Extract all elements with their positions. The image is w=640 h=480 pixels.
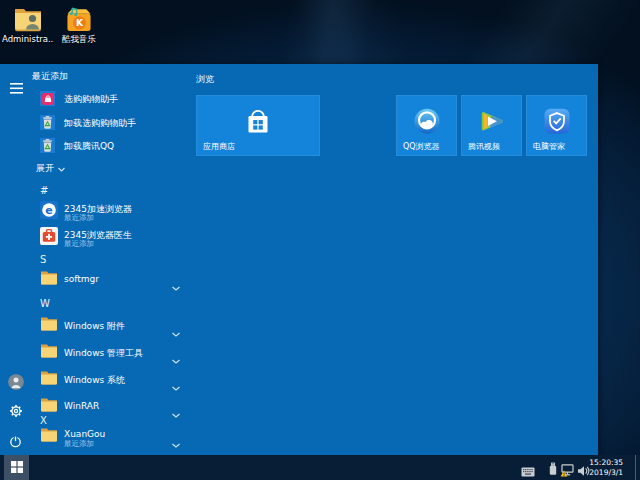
tile-store[interactable]: 应用商店 <box>196 95 320 156</box>
desktop-icon-label: 酷我音乐 <box>53 34 105 44</box>
start-menu: 最近添加 选购购物助手 卸载选购购物助手 卸载腾讯QQ 展开 # e 2345加… <box>0 64 598 455</box>
folder-row-windows-accessories[interactable]: Windows 附件 <box>34 316 190 338</box>
folder-subtitle: 最近添加 <box>64 439 94 449</box>
folder-row-windows-admin-tools[interactable]: Windows 管理工具 <box>34 343 190 365</box>
tile-label: 电脑管家 <box>533 141 565 152</box>
desktop-icon-label: Administra... <box>2 34 54 44</box>
uninstall-trash-icon <box>40 115 55 130</box>
clock-time: 15:20:35 <box>579 458 623 468</box>
settings-gear-icon[interactable] <box>9 403 23 422</box>
folder-label: Windows 管理工具 <box>64 347 143 360</box>
touch-keyboard-icon[interactable] <box>521 462 535 480</box>
shopping-assistant-icon <box>40 91 55 106</box>
app-subtitle: 最近添加 <box>64 213 94 223</box>
chevron-down-icon[interactable] <box>172 349 180 368</box>
start-button[interactable] <box>4 455 29 480</box>
clock-date: 2019/3/1 <box>579 468 623 478</box>
app-row-shopping-assistant[interactable]: 选购购物助手 <box>34 91 190 113</box>
folder-icon <box>40 270 58 289</box>
kuwo-music-icon: K <box>53 5 105 32</box>
desktop-icon-kuwo-music[interactable]: K 酷我音乐 <box>53 5 105 44</box>
app-row-2345-browser[interactable]: e 2345加速浏览器 最近添加 <box>34 201 190 227</box>
tile-label: QQ浏览器 <box>403 141 440 152</box>
expand-button[interactable]: 展开 <box>36 162 65 175</box>
chevron-down-icon[interactable] <box>172 376 180 395</box>
app-label: 选购购物助手 <box>64 93 118 106</box>
usb-device-icon[interactable] <box>548 461 558 480</box>
hamburger-icon[interactable] <box>10 79 23 98</box>
section-letter[interactable]: W <box>40 298 50 309</box>
folder-label: softmgr <box>64 274 99 284</box>
2345-browser-icon: e <box>40 201 58 223</box>
section-letter[interactable]: X <box>40 415 47 426</box>
tray-clock[interactable]: 15:20:35 2019/3/1 <box>579 458 623 477</box>
tile-group-label: 浏览 <box>196 73 214 86</box>
tile-pc-manager[interactable]: 电脑管家 <box>526 95 587 156</box>
folder-icon <box>40 343 58 362</box>
windows-logo-icon <box>11 458 23 477</box>
folder-row-xuangou[interactable]: XuanGou 最近添加 <box>34 427 190 453</box>
tile-qq-browser[interactable]: QQ浏览器 <box>396 95 457 156</box>
taskbar: 15:20:35 2019/3/1 <box>0 455 640 480</box>
pc-manager-icon <box>542 106 572 140</box>
network-warning-icon[interactable] <box>560 462 575 480</box>
chevron-down-icon <box>58 164 65 174</box>
recently-added-header: 最近添加 <box>32 70 68 83</box>
folder-icon <box>40 397 58 416</box>
app-row-uninstall-shopping-assistant[interactable]: 卸载选购购物助手 <box>34 115 190 137</box>
chevron-down-icon[interactable] <box>172 276 180 295</box>
chevron-down-icon[interactable] <box>172 322 180 341</box>
user-avatar[interactable] <box>8 374 24 390</box>
tile-label: 腾讯视频 <box>468 141 500 152</box>
app-label: 卸载腾讯QQ <box>64 140 114 153</box>
qq-browser-icon <box>412 106 442 140</box>
folder-label: WinRAR <box>64 401 99 411</box>
svg-text:K: K <box>76 17 84 28</box>
show-desktop-button[interactable] <box>635 455 640 480</box>
chevron-down-icon[interactable] <box>172 403 180 422</box>
folder-icon <box>40 316 58 335</box>
folder-row-softmgr[interactable]: softmgr <box>34 270 190 292</box>
app-subtitle: 最近添加 <box>64 239 94 249</box>
folder-icon <box>40 427 58 446</box>
section-letter[interactable]: # <box>40 185 48 196</box>
folder-label: Windows 系统 <box>64 374 125 387</box>
folder-row-winrar[interactable]: WinRAR <box>34 397 190 419</box>
uninstall-trash-icon <box>40 138 55 153</box>
folder-label: Windows 附件 <box>64 320 125 333</box>
chevron-down-icon[interactable] <box>172 433 180 452</box>
power-icon[interactable] <box>9 433 22 452</box>
administrator-folder-icon <box>2 5 54 32</box>
section-letter[interactable]: S <box>40 254 46 265</box>
browser-doctor-icon <box>40 227 58 249</box>
app-label: 卸载选购购物助手 <box>64 117 136 130</box>
svg-text:e: e <box>45 204 52 217</box>
store-icon <box>244 107 272 139</box>
app-row-uninstall-qq[interactable]: 卸载腾讯QQ <box>34 138 190 160</box>
desktop-icon-administrator[interactable]: Administra... <box>2 5 54 44</box>
tile-tencent-video[interactable]: 腾讯视频 <box>461 95 522 156</box>
folder-icon <box>40 370 58 389</box>
app-row-browser-doctor[interactable]: 2345浏览器医生 最近添加 <box>34 227 190 253</box>
tile-label: 应用商店 <box>203 141 235 152</box>
tencent-video-icon <box>477 106 507 140</box>
expand-label: 展开 <box>36 162 54 175</box>
folder-label: XuanGou <box>64 429 105 439</box>
folder-row-windows-system[interactable]: Windows 系统 <box>34 370 190 392</box>
